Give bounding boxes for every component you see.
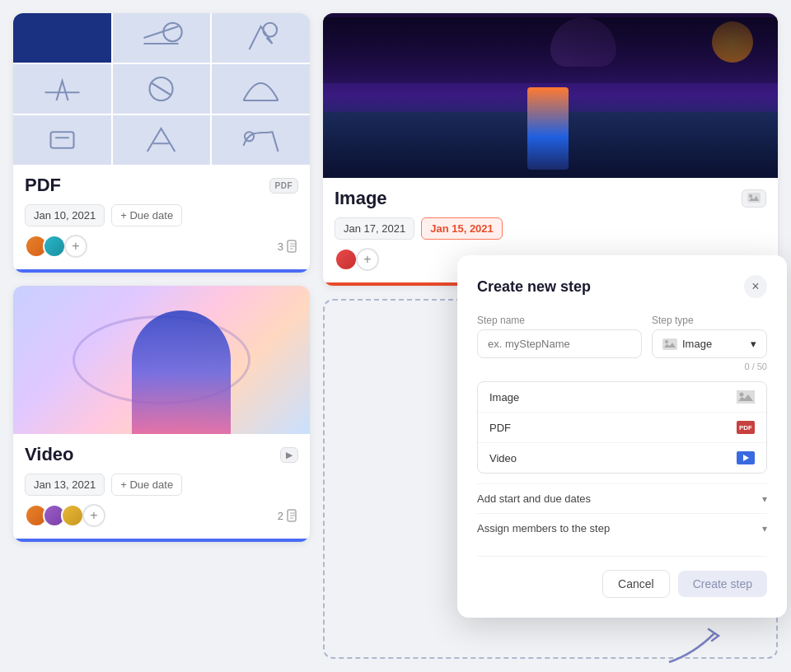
video-avatar-3 [61, 504, 84, 527]
assign-members-chevron: ▾ [762, 523, 767, 534]
sketch-cell-2 [113, 13, 211, 63]
dropdown-item-video[interactable]: Video [478, 443, 766, 473]
video-card-info: Video ▶ Jan 13, 2021 + Due date + 2 [13, 434, 310, 539]
svg-rect-23 [737, 390, 755, 404]
pdf-dates-row: Jan 10, 2021 + Due date [25, 204, 298, 226]
video-date: Jan 13, 2021 [25, 474, 105, 496]
file-icon [287, 240, 298, 253]
dropdown-item-image[interactable]: Image [478, 382, 766, 413]
sketch-cell-8 [113, 115, 211, 165]
video-figure [132, 310, 231, 434]
modal-title: Create new step [477, 278, 591, 296]
svg-point-2 [164, 23, 182, 41]
image-avatar-1 [335, 248, 358, 271]
dropdown-pdf-label: PDF [489, 422, 511, 434]
video-card-title: Video [25, 444, 74, 465]
svg-line-6 [152, 83, 171, 95]
cancel-button[interactable]: Cancel [602, 570, 670, 598]
assign-members-label: Assign members to the step [477, 522, 610, 534]
sketch-cell-1 [13, 13, 111, 63]
add-dates-label: Add start and due dates [477, 492, 591, 505]
image-badge-icon [747, 193, 761, 203]
image-type-badge [742, 189, 766, 208]
image-avatar-add[interactable]: + [356, 248, 379, 271]
video-dates-row: Jan 13, 2021 + Due date [25, 474, 298, 496]
select-chevron-icon: ▾ [751, 338, 756, 350]
dropdown-pdf-icon: PDF [737, 421, 755, 434]
pdf-file-count: 3 [278, 240, 298, 253]
pdf-avatar-2 [43, 235, 66, 258]
modal-actions: Cancel Create step [477, 556, 767, 598]
step-name-label: Step name [477, 315, 642, 326]
modal-fields-row: Step name Step type Image ▾ [477, 315, 767, 358]
pdf-avatars: + [25, 235, 87, 258]
pdf-avatar-add[interactable]: + [64, 235, 87, 258]
pdf-type-badge: PDF [269, 178, 299, 194]
assign-members-row[interactable]: Assign members to the step ▾ [477, 513, 767, 543]
image-overdue-date: Jan 15, 2021 [421, 217, 503, 240]
video-due-date-add[interactable]: + Due date [111, 474, 182, 496]
image-hero [323, 13, 778, 178]
hero-sky [323, 17, 778, 83]
image-dates-row: Jan 17, 2021 Jan 15, 2021 [335, 217, 766, 240]
sketch-cell-5 [113, 64, 211, 114]
video-avatar-add[interactable]: + [82, 504, 105, 527]
video-meta-row: + 2 [25, 504, 298, 527]
pdf-card-bar [13, 269, 310, 273]
video-file-icon [287, 509, 298, 522]
arrow-decoration [661, 621, 727, 672]
sketch-cell-9 [212, 115, 310, 165]
video-card-bar [13, 539, 310, 542]
pdf-card-title: PDF [25, 175, 61, 196]
sketch-cell-7 [13, 115, 111, 165]
hero-figure [527, 87, 569, 170]
dropdown-image-label: Image [489, 391, 519, 404]
step-type-label: Step type [652, 315, 767, 326]
sketch-cell-6 [212, 64, 310, 114]
svg-point-3 [263, 23, 277, 37]
type-dropdown-menu: Image PDF PDF Video [477, 381, 767, 474]
image-date: Jan 17, 2021 [335, 217, 414, 240]
image-avatars: + [335, 248, 379, 271]
svg-rect-8 [50, 132, 73, 148]
svg-line-0 [144, 26, 179, 38]
svg-point-20 [749, 194, 752, 198]
add-dates-row[interactable]: Add start and due dates ▾ [477, 483, 767, 513]
step-type-select-inner: Image [662, 338, 712, 350]
pdf-due-date-add[interactable]: + Due date [111, 204, 182, 226]
svg-rect-21 [662, 338, 677, 350]
svg-point-22 [665, 340, 668, 343]
video-title-row: Video ▶ [25, 444, 298, 465]
image-card-title: Image [335, 188, 387, 209]
modal-header: Create new step × [477, 275, 767, 298]
video-thumbnail [13, 286, 310, 434]
video-avatars: + [25, 504, 105, 527]
image-title-row: Image [335, 188, 766, 209]
char-count: 0 / 50 [477, 362, 767, 371]
dropdown-item-pdf[interactable]: PDF PDF [478, 413, 766, 443]
create-step-button[interactable]: Create step [678, 571, 767, 597]
modal-close-button[interactable]: × [744, 275, 767, 298]
add-dates-chevron: ▾ [762, 493, 767, 505]
svg-point-24 [740, 393, 744, 397]
step-type-selected-value: Image [682, 338, 712, 350]
svg-marker-25 [743, 455, 749, 461]
pdf-meta-row: + 3 [25, 235, 298, 258]
step-type-group: Step type Image ▾ [652, 315, 767, 358]
video-file-count: 2 [278, 509, 298, 522]
pdf-title-row: PDF PDF [25, 175, 298, 196]
video-type-badge: ▶ [280, 447, 299, 463]
step-name-group: Step name [477, 315, 642, 358]
pdf-card-info: PDF PDF Jan 10, 2021 + Due date + 3 [13, 165, 310, 269]
image-card: Image Jan 17, 2021 Jan 15, 2021 + [323, 13, 778, 286]
video-play-icon [742, 454, 750, 462]
dropdown-video-icon [737, 451, 755, 464]
dropdown-image-icon [737, 390, 755, 404]
select-image-icon [662, 338, 677, 350]
step-type-select[interactable]: Image ▾ [652, 329, 767, 358]
arrow-svg [661, 621, 727, 670]
step-name-input[interactable] [477, 329, 642, 358]
pdf-card: PDF PDF Jan 10, 2021 + Due date + 3 [13, 13, 310, 273]
sketch-cell-3 [212, 13, 310, 63]
video-card: Video ▶ Jan 13, 2021 + Due date + 2 [13, 286, 310, 542]
